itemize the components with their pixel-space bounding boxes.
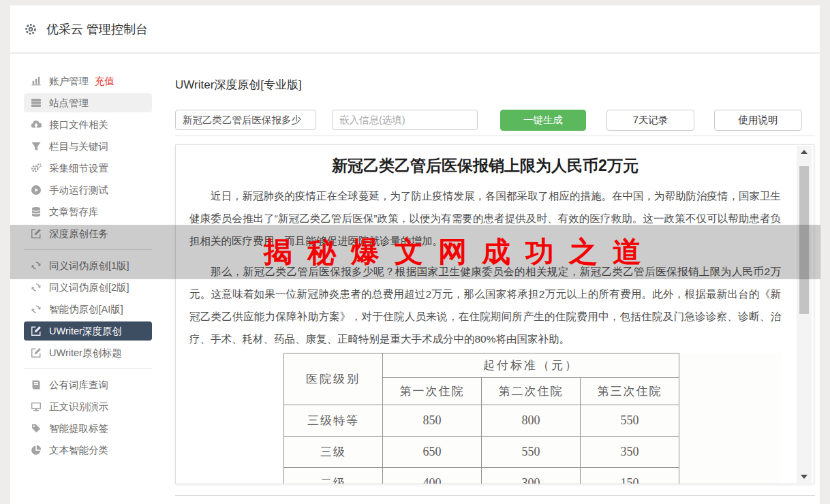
app-title: 优采云 管理控制台 (46, 21, 148, 37)
page-title: UWriter深度原创[专业版] (175, 77, 302, 93)
filter-icon (31, 141, 42, 152)
table-cell: 350 (581, 437, 679, 468)
monitor-icon (31, 401, 42, 412)
sidebar-item[interactable]: UWriter原创标题 (24, 343, 152, 362)
app-header: 优采云 管理控制台 (10, 5, 820, 53)
sidebar-item[interactable]: 账户管理充值 (24, 72, 152, 91)
sidebar: 账户管理充值站点管理接口文件相关栏目与关键词采集细节设置手动运行测试文章暂存库深… (10, 54, 165, 504)
book-icon (31, 379, 42, 390)
help-button[interactable]: 使用说明 (714, 110, 802, 131)
article-preview-panel[interactable]: 新冠乙类乙管后医保报销上限为人民币2万元 近日，新冠肺炎的疫情正在全球蔓延，为了… (175, 144, 814, 484)
table-cell: 三级 (284, 437, 383, 468)
cloud-upload-icon (31, 119, 42, 130)
sidebar-item[interactable]: 手动运行测试 (24, 180, 152, 200)
sidebar-item-label: 同义词伪原创[2版] (49, 281, 129, 294)
sidebar-item[interactable]: 公有词库查询 (24, 375, 152, 394)
table-cell: 起付标准（元） (383, 353, 679, 378)
scroll-down-icon[interactable] (797, 471, 812, 483)
table-cell: 850 (383, 405, 482, 437)
sidebar-item-label: 文章暂存库 (49, 206, 99, 219)
sidebar-item-label: 账户管理 (49, 75, 89, 88)
main-content: UWriter深度原创[专业版] 一键生成 7天记录 使用说明 新冠乙类乙管后医… (175, 54, 820, 504)
sidebar-item[interactable]: 采集细节设置 (24, 159, 152, 178)
table-cell: 三级特等 (284, 405, 383, 437)
table-cell: 550 (482, 437, 581, 468)
sidebar-item[interactable]: 接口文件相关 (24, 115, 152, 134)
sidebar-item-label: 采集细节设置 (49, 162, 108, 175)
records-7day-button[interactable]: 7天记录 (606, 110, 694, 131)
edit-icon (31, 347, 42, 358)
sidebar-item-label: 公有词库查询 (49, 379, 108, 392)
sidebar-item[interactable]: 智能提取标签 (24, 419, 152, 438)
sidebar-item-label: 手动运行测试 (49, 184, 108, 197)
sidebar-item-label: 文本智能分类 (49, 444, 108, 457)
sidebar-item-label: 接口文件相关 (49, 119, 108, 131)
sync-icon (31, 260, 42, 271)
sidebar-group-divider (24, 249, 152, 250)
sidebar-item-label: 智能提取标签 (49, 422, 108, 435)
sidebar-groups: 账户管理充值站点管理接口文件相关栏目与关键词采集细节设置手动运行测试文章暂存库深… (10, 72, 165, 460)
preview-scrollbar[interactable] (797, 146, 812, 483)
embed-info-input[interactable] (332, 110, 478, 130)
sidebar-item-label: 站点管理 (49, 97, 89, 110)
article-paragraph: 那么，新冠乙类乙管后医保报多少呢？根据国家卫生健康委员会的相关规定，新冠乙类乙管… (189, 260, 781, 350)
table-cell: 医院级别 (284, 353, 383, 405)
table-cell: 二级 (284, 468, 383, 485)
table-cell: 400 (383, 468, 482, 485)
table-cell: 第二次住院 (482, 378, 581, 405)
table-cell: 第三次住院 (581, 378, 679, 405)
sidebar-group-divider (24, 368, 152, 369)
sidebar-item-label: UWriter原创标题 (49, 347, 122, 360)
tag-icon (31, 423, 42, 434)
scrollbar-thumb[interactable] (799, 166, 809, 314)
table-row: 三级特等850800550 (284, 405, 679, 437)
sidebar-item[interactable]: 站点管理 (24, 93, 152, 112)
sidebar-item[interactable]: UWriter深度原创 (24, 321, 152, 341)
generate-button[interactable]: 一键生成 (500, 110, 586, 131)
gears-icon (31, 163, 42, 174)
sidebar-item-label: 同义词伪原创[1版] (49, 259, 129, 272)
table-cell: 800 (482, 405, 581, 437)
database-icon (31, 206, 42, 217)
sync-icon (31, 304, 42, 315)
recharge-badge[interactable]: 充值 (95, 75, 114, 88)
sidebar-item-label: 智能伪原创[AI版] (49, 303, 123, 316)
table-row: 三级650550350 (284, 437, 679, 468)
sidebar-item-label: 深度原创任务 (49, 227, 108, 240)
scroll-up-icon[interactable] (797, 146, 812, 158)
play-icon (31, 185, 42, 195)
article: 新冠乙类乙管后医保报销上限为人民币2万元 近日，新冠肺炎的疫情正在全球蔓延，为了… (176, 155, 814, 484)
sidebar-item[interactable]: 文本智能分类 (24, 441, 152, 460)
sidebar-item[interactable]: 深度原创任务 (24, 224, 152, 243)
article-paragraphs: 近日，新冠肺炎的疫情正在全球蔓延，为了防止疫情发展，各国都采取了相应的措施。在中… (189, 185, 781, 350)
sidebar-item-label: 正文识别演示 (49, 400, 108, 413)
gear-icon (24, 22, 37, 36)
bar-chart-icon (31, 76, 42, 86)
sidebar-item[interactable]: 同义词伪原创[2版] (24, 278, 152, 297)
body-card: 账户管理充值站点管理接口文件相关栏目与关键词采集细节设置手动运行测试文章暂存库深… (10, 54, 820, 504)
site-list-icon (31, 97, 42, 108)
divider-top (175, 136, 815, 136)
table-cell: 650 (383, 437, 482, 468)
sidebar-item[interactable]: 文章暂存库 (24, 202, 152, 221)
screen: 优采云 管理控制台 账户管理充值站点管理接口文件相关栏目与关键词采集细节设置手动… (0, 0, 830, 504)
sidebar-item[interactable]: 智能伪原创[AI版] (24, 300, 152, 319)
sidebar-item-label: 栏目与关键词 (49, 140, 108, 153)
sync-icon (31, 282, 42, 293)
sidebar-item[interactable]: 同义词伪原创[1版] (24, 256, 152, 275)
article-title: 新冠乙类乙管后医保报销上限为人民币2万元 (189, 155, 781, 176)
pie-chart-icon (31, 445, 42, 456)
table-cell: 150 (581, 468, 679, 485)
sidebar-item[interactable]: 正文识别演示 (24, 397, 152, 416)
edit-icon (31, 228, 42, 239)
article-paragraph: 近日，新冠肺炎的疫情正在全球蔓延，为了防止疫情发展，各国都采取了相应的措施。在中… (189, 185, 781, 252)
table-cell: 第一次住院 (383, 378, 482, 405)
sidebar-item[interactable]: 栏目与关键词 (24, 137, 152, 156)
article-table: 医院级别起付标准（元）第一次住院第二次住院第三次住院三级特等850800550三… (283, 353, 781, 484)
divider-bottom (175, 495, 815, 496)
keyword-input[interactable] (175, 110, 316, 130)
table-cell: 550 (581, 405, 679, 437)
table-cell: 300 (482, 468, 581, 485)
table-row: 二级400300150 (284, 468, 679, 485)
edit-icon (31, 326, 42, 336)
